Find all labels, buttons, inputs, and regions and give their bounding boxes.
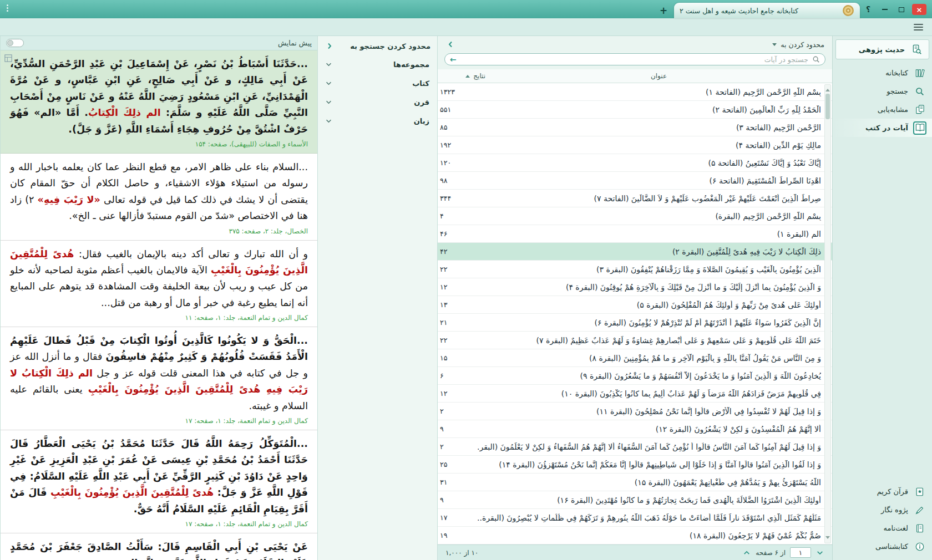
- filter-items: مجموعه‌هاکتابقرنزبان: [318, 55, 437, 130]
- hamburger-menu-icon[interactable]: [914, 24, 923, 30]
- verse-row[interactable]: صِراطَ الَّذِينَ أَنْعَمْتَ عَلَيْهِمْ غ…: [438, 190, 832, 207]
- previous-page-button[interactable]: [742, 548, 751, 557]
- page-number-input[interactable]: [790, 547, 811, 558]
- citation-link[interactable]: کمال الدین و تمام النعمة، جلد: ۱، صفحه: …: [10, 520, 308, 528]
- verse-row[interactable]: وَ مِنَ النَّاسِ مَنْ يَقُولُ آمَنَّا بِ…: [438, 349, 832, 367]
- preview-block[interactable]: و أن الله تبارك و تعالی أکد دینه بالإیما…: [1, 241, 317, 328]
- verse-row[interactable]: خَتَمَ اللَّهُ عَلى قُلُوبِهِمْ وَ عَلى …: [438, 332, 832, 349]
- verse-row[interactable]: الم (البقرة ۱)۴۶: [438, 225, 832, 243]
- verse-title: خَتَمَ اللَّهُ عَلى قُلُوبِهِمْ وَ عَلى …: [478, 336, 821, 345]
- verse-title: بِسْمِ اللَّهِ الرَّحْمنِ الرَّحِيمِ (ال…: [478, 212, 821, 221]
- sidebar-item-bibliography[interactable]: کتابشناسی: [833, 537, 932, 556]
- filter-panel-title: محدود کردن جستجو به: [350, 42, 430, 50]
- grid-icon[interactable]: [4, 54, 12, 62]
- verse-row[interactable]: وَ إِذا لَقُوا الَّذِينَ آمَنُوا قالُوا …: [438, 456, 832, 474]
- preview-block[interactable]: ...حَدَّثَنَا أَسْبَاطُ بْنُ نَصْرٍ، عَن…: [1, 50, 317, 154]
- verse-row[interactable]: وَ الَّذِينَ يُؤْمِنُونَ بِما أُنْزِلَ إ…: [438, 278, 832, 296]
- verse-row[interactable]: بِسْمِ اللَّهِ الرَّحْمنِ الرَّحِيمِ (ال…: [438, 207, 832, 225]
- minimize-button[interactable]: [877, 3, 893, 16]
- new-tab-button[interactable]: +: [656, 5, 671, 16]
- verse-row[interactable]: مَثَلُهُمْ كَمَثَلِ الَّذِي اسْتَوْقَدَ …: [438, 509, 832, 527]
- column-header-title[interactable]: عنوان: [485, 72, 832, 80]
- sidebar-item-search[interactable]: جستجو: [833, 82, 932, 100]
- verse-title: أُولئِكَ الَّذِينَ اشْتَرَوُا الضَّلالَة…: [478, 496, 821, 505]
- app-logo-icon: [842, 4, 854, 17]
- citation-link[interactable]: کمال الدین و تمام النعمة، جلد: ۱، صفحه: …: [10, 417, 308, 425]
- preview-block[interactable]: ...الْحَقُّ وَ لا يَكُونُوا كَالَّذِينَ …: [1, 327, 317, 430]
- filter-item-book[interactable]: کتاب: [318, 74, 437, 93]
- window-menu-dots-icon[interactable]: [7, 4, 8, 12]
- verse-title: يُخادِعُونَ اللَّهَ وَ الَّذِينَ آمَنُوا…: [478, 371, 821, 380]
- verse-row[interactable]: أُولئِكَ الَّذِينَ اشْتَرَوُا الضَّلالَة…: [438, 491, 832, 509]
- verse-result-count: ۱۷: [438, 513, 478, 522]
- chevron-down-icon: [772, 43, 777, 48]
- scrollbar-thumb[interactable]: [825, 94, 830, 119]
- filter-panel: محدود کردن جستجو به مجموعه‌هاکتابقرنزبان: [317, 36, 437, 560]
- verse-row[interactable]: الَّذِينَ يُؤْمِنُونَ بِالْغَيْبِ وَ يُق…: [438, 261, 832, 278]
- verse-result-count: ۲۲: [438, 336, 478, 344]
- verse-row[interactable]: صُمٌّ بُكْمٌ عُمْيٌ فَهُمْ لا يَرْجِعُون…: [438, 527, 832, 544]
- verse-search-input[interactable]: [460, 55, 808, 64]
- preview-panel: پیش نمایش ...حَدَّثَنَا أَسْبَاطُ بْنُ ن…: [0, 36, 317, 560]
- scroll-up-icon[interactable]: [825, 86, 830, 91]
- chevron-down-icon: [326, 119, 332, 123]
- verse-row[interactable]: اهْدِنَا الصِّراطَ الْمُسْتَقِيمَ (الفات…: [438, 172, 832, 190]
- verse-title: إِيَّاكَ نَعْبُدُ وَ إِيَّاكَ نَسْتَعِين…: [478, 159, 821, 167]
- verse-result-count: ۳۱: [438, 478, 478, 486]
- sidebar-item-similarity[interactable]: مشابه‌یابی: [833, 100, 932, 119]
- sidebar-item-library[interactable]: کتابخانه: [833, 64, 932, 82]
- preview-panel-title: پیش نمایش: [278, 39, 312, 47]
- preview-text: ...الْحَقُّ وَ لا يَكُونُوا كَالَّذِينَ …: [10, 333, 308, 414]
- search-go-icon[interactable]: ←: [450, 55, 457, 64]
- sidebar-item-quran[interactable]: قرآن کریم: [833, 482, 932, 501]
- scroll-down-icon[interactable]: [825, 536, 830, 541]
- verse-row[interactable]: الرَّحْمنِ الرَّحِيمِ (الفاتحة ۳)۸۵: [438, 119, 832, 136]
- maximize-button[interactable]: [893, 3, 910, 16]
- expand-filter-button[interactable]: [325, 41, 335, 51]
- verse-row[interactable]: إِيَّاكَ نَعْبُدُ وَ إِيَّاكَ نَسْتَعِين…: [438, 154, 832, 172]
- verse-row[interactable]: أُولئِكَ عَلى هُدىً مِنْ رَبِّهِمْ وَ أُ…: [438, 296, 832, 314]
- verse-result-count: ۲۱: [438, 318, 478, 327]
- verse-row[interactable]: اللَّهُ يَسْتَهْزِئُ بِهِمْ وَ يَمُدُّهُ…: [438, 474, 832, 491]
- preview-block[interactable]: ...الْمُتَوَكِّلُ رَحِمَهُ اللَّهُ قَالَ…: [1, 430, 317, 533]
- sidebar-item-dictionary[interactable]: لغت‌نامه: [833, 519, 932, 537]
- verse-row[interactable]: يُخادِعُونَ اللَّهَ وَ الَّذِينَ آمَنُوا…: [438, 367, 832, 385]
- close-button[interactable]: ×: [912, 4, 926, 15]
- verse-row[interactable]: فِي قُلُوبِهِمْ مَرَضٌ فَزادَهُمُ اللَّه…: [438, 385, 832, 403]
- citation-link[interactable]: کمال الدین و تمام النعمة، جلد: ۱، صفحه: …: [10, 314, 308, 322]
- bibliography-icon: [913, 540, 926, 553]
- sidebar-item-hadith-research[interactable]: حدیث پژوهی: [835, 39, 929, 59]
- column-header-results[interactable]: نتایج: [438, 72, 485, 80]
- verse-row[interactable]: أَلا إِنَّهُمْ هُمُ الْمُفْسِدُونَ وَ لك…: [438, 420, 832, 438]
- verse-row[interactable]: وَ إِذا قِيلَ لَهُمْ لا تُفْسِدُوا فِي ا…: [438, 403, 832, 420]
- filter-item-collections[interactable]: مجموعه‌ها: [318, 55, 437, 74]
- verse-title: اهْدِنَا الصِّراطَ الْمُسْتَقِيمَ (الفات…: [478, 176, 821, 185]
- verse-row[interactable]: وَ إِذا قِيلَ لَهُمْ آمِنُوا كَما آمَنَ …: [438, 438, 832, 456]
- next-page-button[interactable]: [816, 548, 824, 557]
- verse-row[interactable]: إِنَّ الَّذِينَ كَفَرُوا سَواءٌ عَلَيْهِ…: [438, 314, 832, 332]
- preview-toggle[interactable]: [6, 39, 24, 47]
- citation-link[interactable]: الخصال، جلد: ۲، صفحه: ۳۷۵: [10, 227, 308, 235]
- sidebar-item-verses-in-books[interactable]: آیات در کتب: [833, 119, 932, 137]
- verse-result-count: ۶: [438, 371, 478, 380]
- filter-item-language[interactable]: زبان: [318, 111, 437, 130]
- verse-result-count: ۹۸: [438, 176, 478, 185]
- app-tab[interactable]: کتابخانه جامع احادیث شیعه و اهل سنت ۲: [674, 3, 860, 18]
- preview-block[interactable]: ...السلام بناء علی ظاهر الامر، مع قطع ال…: [1, 154, 317, 241]
- limit-row: محدود کردن به: [438, 36, 832, 53]
- verse-result-count: ۲: [438, 407, 478, 415]
- verse-search-box[interactable]: ←: [444, 53, 825, 65]
- limit-scope-dropdown[interactable]: محدود کردن به: [772, 40, 824, 49]
- preview-block[interactable]: عَنْ يَحْيَى بْنِ أَبِي الْقَاسِمِ قَالَ…: [1, 533, 317, 560]
- sidebar-item-pazhuh-negar[interactable]: پژوه نگار: [833, 501, 932, 519]
- verse-row[interactable]: مالِكِ يَوْمِ الدِّينِ (الفاتحة ۴)۱۹۲: [438, 136, 832, 154]
- research-notes-icon: [913, 503, 926, 517]
- collapse-results-button[interactable]: [445, 39, 455, 49]
- verse-row[interactable]: ذلِكَ الْكِتابُ لا رَيْبَ فِيهِ هُدىً لِ…: [438, 243, 832, 261]
- filter-item-century[interactable]: قرن: [318, 93, 437, 111]
- verse-row[interactable]: بِسْمِ اللَّهِ الرَّحْمنِ الرَّحِيمِ (ال…: [438, 83, 832, 101]
- help-button[interactable]: ؟: [860, 3, 877, 16]
- verse-row[interactable]: الْحَمْدُ لِلَّهِ رَبِّ الْعالَمِينَ (ال…: [438, 101, 832, 119]
- citation-link[interactable]: الأسماء و الصفات (للبیهقی)، صفحه: ۱۵۴: [10, 140, 308, 148]
- results-scrollbar[interactable]: [824, 84, 831, 543]
